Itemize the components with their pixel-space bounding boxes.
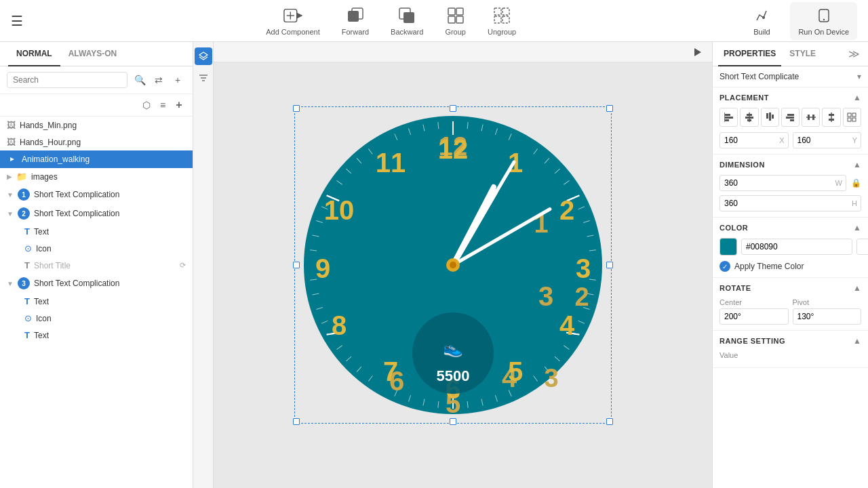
layer-stc2[interactable]: ▼ 2 Short Text Complication — [0, 204, 193, 223]
search-icon[interactable]: 🔍 — [132, 72, 148, 88]
layer-stc3-icon[interactable]: ⊙ Icon — [0, 310, 193, 327]
search-bar: 🔍 ⇄ + — [0, 66, 193, 94]
svg-point-116 — [450, 262, 456, 268]
rotate-header[interactable]: ROTATE ▲ — [719, 283, 861, 293]
rotate-grid: Center Pivot — [719, 298, 861, 325]
clock-container[interactable]: 12 1 2 3 3 4 5 6 — [297, 109, 609, 421]
color-hex-input[interactable] — [741, 239, 852, 255]
svg-marker-19 — [10, 157, 14, 161]
color-opacity-input[interactable] — [856, 239, 868, 255]
tab-always-on[interactable]: ALWAYS-ON — [60, 42, 125, 66]
distribute-h-icon[interactable] — [802, 108, 820, 127]
run-on-device-label: Run On Device — [798, 28, 849, 36]
search-input[interactable] — [7, 72, 127, 88]
dim-inputs: W 🔒 H — [719, 175, 861, 211]
handle-ml[interactable] — [293, 262, 300, 268]
build-icon — [752, 6, 771, 25]
align-middle-icon[interactable] — [761, 108, 779, 127]
layer-label: Text — [34, 227, 186, 237]
handle-tm[interactable] — [450, 105, 456, 112]
add-component-button[interactable]: Add Component — [266, 6, 320, 36]
tab-properties[interactable]: PROPERTIES — [718, 42, 781, 66]
range-setting-header[interactable]: RANGE SETTING ▲ — [719, 336, 861, 346]
svg-rect-118 — [725, 117, 733, 119]
handle-br[interactable] — [606, 418, 613, 425]
svg-rect-138 — [852, 113, 856, 117]
handle-mr[interactable] — [606, 262, 613, 268]
layer-label: Icon — [36, 314, 186, 323]
handle-tr[interactable] — [606, 105, 613, 112]
range-setting-collapse-icon[interactable]: ▲ — [853, 336, 861, 346]
filter-tool-btn[interactable] — [195, 69, 212, 87]
rotate-collapse-icon[interactable]: ▲ — [853, 283, 861, 293]
layer-images-folder[interactable]: ▶ 📁 images — [0, 168, 193, 185]
color-collapse-icon[interactable]: ▲ — [853, 223, 861, 232]
layer-stc3-text2[interactable]: T Text — [0, 327, 193, 344]
height-input[interactable] — [719, 195, 861, 211]
layer-stc2-short-title[interactable]: T Short Title ⟳ — [0, 257, 193, 274]
layer-sort-icon[interactable]: ≡ — [155, 97, 171, 113]
play-icon[interactable] — [689, 43, 707, 61]
lock-icon[interactable]: 🔒 — [850, 178, 861, 188]
x-input[interactable] — [719, 132, 789, 148]
hamburger-icon[interactable]: ☰ — [11, 13, 23, 29]
layer-stc3-text1[interactable]: T Text — [0, 293, 193, 310]
grid-icon[interactable] — [843, 108, 861, 127]
toolbar-right: Build Run On Device — [744, 2, 857, 40]
layer-add-icon[interactable]: + — [171, 97, 187, 113]
layers-switch-icon[interactable]: ⇄ — [151, 72, 167, 88]
forward-button[interactable]: Forward — [342, 6, 369, 36]
placement-header[interactable]: PLACEMENT ▲ — [719, 93, 861, 102]
component-selector[interactable]: Short Text Complicate ▾ — [713, 66, 868, 87]
layer-filter-icon[interactable]: ⬡ — [138, 97, 155, 113]
dimension-collapse-icon[interactable]: ▲ — [853, 160, 861, 169]
backward-button[interactable]: Backward — [391, 6, 423, 36]
build-button[interactable]: Build — [744, 2, 779, 40]
width-input[interactable] — [719, 175, 846, 191]
align-center-h-icon[interactable] — [740, 108, 758, 127]
layer-stc3[interactable]: ▼ 3 Short Text Complication — [0, 274, 193, 293]
run-on-device-button[interactable]: Run On Device — [790, 2, 857, 40]
color-header[interactable]: COLOR ▲ — [719, 223, 861, 232]
svg-rect-128 — [787, 114, 794, 116]
ungroup-button[interactable]: Ungroup — [488, 6, 516, 36]
tab-normal[interactable]: NORMAL — [8, 42, 60, 66]
layer-hands-min[interactable]: 🖼 Hands_Min.png — [0, 117, 193, 134]
y-input[interactable] — [793, 132, 862, 148]
svg-text:5500: 5500 — [436, 367, 469, 384]
svg-rect-4 — [348, 11, 359, 22]
svg-rect-129 — [786, 117, 794, 119]
forward-label: Forward — [342, 28, 369, 36]
handle-bl[interactable] — [293, 418, 300, 425]
distribute-v-icon[interactable] — [822, 108, 840, 127]
handle-bm[interactable] — [450, 418, 456, 425]
tab-style[interactable]: STYLE — [784, 42, 821, 66]
color-swatch[interactable] — [719, 238, 737, 256]
expand-icon[interactable]: ≫ — [848, 42, 863, 66]
layer-animation-walking[interactable]: Animation_walking — [0, 150, 193, 168]
handle-tl[interactable] — [293, 105, 300, 112]
layers-tool-btn[interactable] — [195, 47, 212, 65]
canvas-area[interactable]: 12 1 2 3 3 4 5 6 — [193, 42, 712, 488]
placement-collapse-icon[interactable]: ▲ — [853, 93, 861, 102]
color-title: COLOR — [719, 224, 748, 232]
pivot-input[interactable] — [793, 308, 862, 325]
svg-rect-15 — [502, 16, 509, 23]
group-button[interactable]: Group — [445, 6, 466, 36]
dimension-header[interactable]: DIMENSION ▲ — [719, 160, 861, 169]
svg-rect-13 — [502, 8, 509, 15]
main-area: NORMAL ALWAYS-ON 🔍 ⇄ + ⬡ ≡ + 🖼 Hands_Min… — [0, 42, 868, 488]
align-left-icon[interactable] — [719, 108, 738, 127]
layer-stc2-text[interactable]: T Text — [0, 223, 193, 240]
svg-rect-127 — [772, 115, 774, 119]
align-right-icon[interactable] — [781, 108, 800, 127]
layer-stc1[interactable]: ▼ 1 Short Text Complication — [0, 185, 193, 204]
layers-add-icon[interactable]: + — [170, 72, 186, 88]
right-panel: PROPERTIES STYLE ≫ Short Text Complicate… — [712, 42, 868, 488]
center-input[interactable] — [719, 308, 789, 325]
layer-stc2-icon[interactable]: ⊙ Icon — [0, 240, 193, 257]
toolbar: ☰ Add Component Forward Backward G — [0, 0, 868, 42]
range-value-label: Value — [719, 351, 861, 359]
layer-hands-hour[interactable]: 🖼 Hands_Hour.png — [0, 134, 193, 150]
svg-rect-140 — [852, 118, 856, 121]
